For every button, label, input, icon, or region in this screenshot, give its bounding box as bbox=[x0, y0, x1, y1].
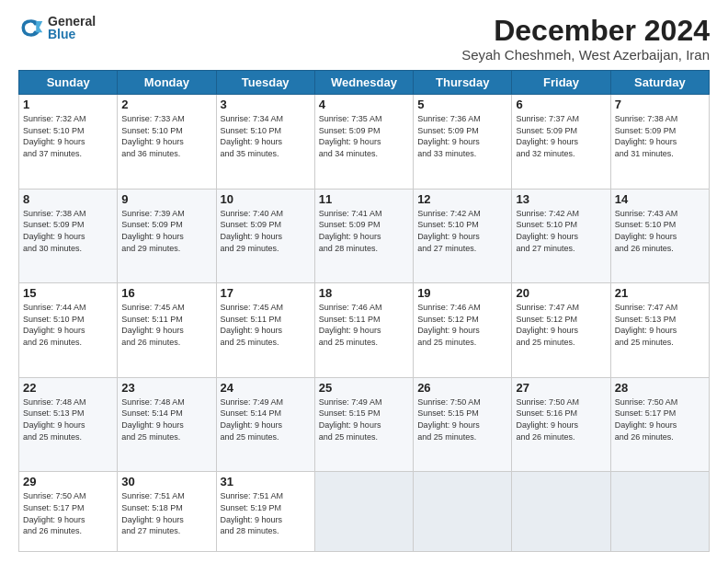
day-number: 9 bbox=[121, 192, 211, 206]
day-info: Sunrise: 7:49 AM Sunset: 5:15 PM Dayligh… bbox=[319, 396, 409, 442]
calendar-cell: 8Sunrise: 7:38 AM Sunset: 5:09 PM Daylig… bbox=[19, 189, 118, 283]
day-info: Sunrise: 7:46 AM Sunset: 5:11 PM Dayligh… bbox=[319, 302, 409, 348]
day-number: 28 bbox=[615, 381, 705, 395]
calendar-header-row: SundayMondayTuesdayWednesdayThursdayFrid… bbox=[19, 71, 710, 95]
calendar-cell: 30Sunrise: 7:51 AM Sunset: 5:18 PM Dayli… bbox=[118, 472, 216, 552]
calendar-cell: 7Sunrise: 7:38 AM Sunset: 5:09 PM Daylig… bbox=[610, 95, 709, 190]
day-info: Sunrise: 7:51 AM Sunset: 5:18 PM Dayligh… bbox=[121, 490, 211, 536]
day-info: Sunrise: 7:48 AM Sunset: 5:13 PM Dayligh… bbox=[23, 396, 113, 442]
day-number: 24 bbox=[221, 381, 311, 395]
day-info: Sunrise: 7:33 AM Sunset: 5:10 PM Dayligh… bbox=[121, 113, 211, 159]
day-info: Sunrise: 7:37 AM Sunset: 5:09 PM Dayligh… bbox=[516, 113, 606, 159]
calendar-cell: 5Sunrise: 7:36 AM Sunset: 5:09 PM Daylig… bbox=[414, 95, 512, 190]
day-number: 17 bbox=[221, 286, 311, 300]
day-info: Sunrise: 7:48 AM Sunset: 5:14 PM Dayligh… bbox=[121, 396, 211, 442]
day-number: 2 bbox=[121, 98, 211, 111]
day-number: 4 bbox=[319, 98, 409, 111]
day-info: Sunrise: 7:43 AM Sunset: 5:10 PM Dayligh… bbox=[615, 208, 705, 254]
day-info: Sunrise: 7:39 AM Sunset: 5:09 PM Dayligh… bbox=[121, 208, 211, 254]
calendar-cell: 26Sunrise: 7:50 AM Sunset: 5:15 PM Dayli… bbox=[414, 377, 512, 472]
day-number: 13 bbox=[516, 192, 606, 206]
day-info: Sunrise: 7:46 AM Sunset: 5:12 PM Dayligh… bbox=[417, 302, 507, 348]
location: Seyah Cheshmeh, West Azerbaijan, Iran bbox=[461, 47, 710, 63]
calendar-cell bbox=[314, 472, 413, 552]
day-info: Sunrise: 7:49 AM Sunset: 5:14 PM Dayligh… bbox=[221, 396, 311, 442]
day-header-thursday: Thursday bbox=[414, 71, 512, 95]
day-info: Sunrise: 7:42 AM Sunset: 5:10 PM Dayligh… bbox=[417, 208, 507, 254]
page: General Blue December 2024 Seyah Cheshme… bbox=[0, 0, 728, 563]
calendar-week-row: 1Sunrise: 7:32 AM Sunset: 5:10 PM Daylig… bbox=[19, 95, 710, 190]
day-info: Sunrise: 7:34 AM Sunset: 5:10 PM Dayligh… bbox=[221, 113, 311, 159]
day-info: Sunrise: 7:40 AM Sunset: 5:09 PM Dayligh… bbox=[221, 208, 311, 254]
day-number: 7 bbox=[615, 98, 705, 111]
calendar-cell: 24Sunrise: 7:49 AM Sunset: 5:14 PM Dayli… bbox=[216, 377, 314, 472]
calendar-cell: 22Sunrise: 7:48 AM Sunset: 5:13 PM Dayli… bbox=[19, 377, 118, 472]
day-number: 6 bbox=[516, 98, 606, 111]
calendar-cell: 19Sunrise: 7:46 AM Sunset: 5:12 PM Dayli… bbox=[414, 283, 512, 378]
calendar-cell bbox=[414, 472, 512, 552]
day-info: Sunrise: 7:38 AM Sunset: 5:09 PM Dayligh… bbox=[615, 113, 705, 159]
day-number: 22 bbox=[23, 381, 113, 395]
header: General Blue December 2024 Seyah Cheshme… bbox=[18, 15, 710, 63]
calendar-cell: 15Sunrise: 7:44 AM Sunset: 5:10 PM Dayli… bbox=[19, 283, 118, 378]
day-number: 31 bbox=[221, 475, 311, 488]
day-number: 19 bbox=[417, 286, 507, 300]
calendar-cell: 1Sunrise: 7:32 AM Sunset: 5:10 PM Daylig… bbox=[19, 95, 118, 190]
logo-icon bbox=[18, 15, 44, 40]
day-info: Sunrise: 7:44 AM Sunset: 5:10 PM Dayligh… bbox=[23, 302, 113, 348]
day-info: Sunrise: 7:38 AM Sunset: 5:09 PM Dayligh… bbox=[23, 208, 113, 254]
day-number: 11 bbox=[319, 192, 409, 206]
calendar-cell: 25Sunrise: 7:49 AM Sunset: 5:15 PM Dayli… bbox=[314, 377, 413, 472]
calendar-cell: 28Sunrise: 7:50 AM Sunset: 5:17 PM Dayli… bbox=[610, 377, 709, 472]
day-info: Sunrise: 7:50 AM Sunset: 5:16 PM Dayligh… bbox=[516, 396, 606, 442]
logo: General Blue bbox=[18, 15, 96, 40]
calendar-week-row: 15Sunrise: 7:44 AM Sunset: 5:10 PM Dayli… bbox=[19, 283, 710, 378]
calendar-table: SundayMondayTuesdayWednesdayThursdayFrid… bbox=[18, 70, 710, 552]
day-number: 18 bbox=[319, 286, 409, 300]
day-info: Sunrise: 7:47 AM Sunset: 5:12 PM Dayligh… bbox=[516, 302, 606, 348]
calendar-cell: 6Sunrise: 7:37 AM Sunset: 5:09 PM Daylig… bbox=[512, 95, 610, 190]
calendar-cell: 31Sunrise: 7:51 AM Sunset: 5:19 PM Dayli… bbox=[216, 472, 314, 552]
logo-text: General Blue bbox=[48, 15, 96, 40]
calendar-cell: 13Sunrise: 7:42 AM Sunset: 5:10 PM Dayli… bbox=[512, 189, 610, 283]
day-info: Sunrise: 7:50 AM Sunset: 5:15 PM Dayligh… bbox=[417, 396, 507, 442]
day-header-saturday: Saturday bbox=[610, 71, 709, 95]
calendar-cell: 27Sunrise: 7:50 AM Sunset: 5:16 PM Dayli… bbox=[512, 377, 610, 472]
day-info: Sunrise: 7:47 AM Sunset: 5:13 PM Dayligh… bbox=[615, 302, 705, 348]
day-number: 29 bbox=[23, 475, 113, 488]
day-number: 12 bbox=[417, 192, 507, 206]
day-info: Sunrise: 7:50 AM Sunset: 5:17 PM Dayligh… bbox=[23, 490, 113, 536]
calendar-cell: 16Sunrise: 7:45 AM Sunset: 5:11 PM Dayli… bbox=[118, 283, 216, 378]
day-number: 8 bbox=[23, 192, 113, 206]
calendar-week-row: 22Sunrise: 7:48 AM Sunset: 5:13 PM Dayli… bbox=[19, 377, 710, 472]
calendar-cell: 20Sunrise: 7:47 AM Sunset: 5:12 PM Dayli… bbox=[512, 283, 610, 378]
day-number: 30 bbox=[121, 475, 211, 488]
calendar-cell bbox=[512, 472, 610, 552]
calendar-cell: 10Sunrise: 7:40 AM Sunset: 5:09 PM Dayli… bbox=[216, 189, 314, 283]
day-info: Sunrise: 7:51 AM Sunset: 5:19 PM Dayligh… bbox=[221, 490, 311, 536]
day-info: Sunrise: 7:45 AM Sunset: 5:11 PM Dayligh… bbox=[221, 302, 311, 348]
calendar-cell: 18Sunrise: 7:46 AM Sunset: 5:11 PM Dayli… bbox=[314, 283, 413, 378]
calendar-cell: 29Sunrise: 7:50 AM Sunset: 5:17 PM Dayli… bbox=[19, 472, 118, 552]
calendar-cell: 3Sunrise: 7:34 AM Sunset: 5:10 PM Daylig… bbox=[216, 95, 314, 190]
day-number: 26 bbox=[417, 381, 507, 395]
calendar-cell: 23Sunrise: 7:48 AM Sunset: 5:14 PM Dayli… bbox=[118, 377, 216, 472]
calendar-cell: 12Sunrise: 7:42 AM Sunset: 5:10 PM Dayli… bbox=[414, 189, 512, 283]
day-info: Sunrise: 7:41 AM Sunset: 5:09 PM Dayligh… bbox=[319, 208, 409, 254]
day-header-monday: Monday bbox=[118, 71, 216, 95]
day-info: Sunrise: 7:35 AM Sunset: 5:09 PM Dayligh… bbox=[319, 113, 409, 159]
day-number: 10 bbox=[221, 192, 311, 206]
day-number: 14 bbox=[615, 192, 705, 206]
day-info: Sunrise: 7:50 AM Sunset: 5:17 PM Dayligh… bbox=[615, 396, 705, 442]
day-number: 15 bbox=[23, 286, 113, 300]
calendar-cell: 21Sunrise: 7:47 AM Sunset: 5:13 PM Dayli… bbox=[610, 283, 709, 378]
month-title: December 2024 bbox=[461, 15, 710, 47]
title-block: December 2024 Seyah Cheshmeh, West Azerb… bbox=[461, 15, 710, 63]
day-info: Sunrise: 7:36 AM Sunset: 5:09 PM Dayligh… bbox=[417, 113, 507, 159]
day-number: 16 bbox=[121, 286, 211, 300]
day-header-tuesday: Tuesday bbox=[216, 71, 314, 95]
day-number: 1 bbox=[23, 98, 113, 111]
calendar-cell: 4Sunrise: 7:35 AM Sunset: 5:09 PM Daylig… bbox=[314, 95, 413, 190]
day-number: 5 bbox=[417, 98, 507, 111]
calendar-cell bbox=[610, 472, 709, 552]
